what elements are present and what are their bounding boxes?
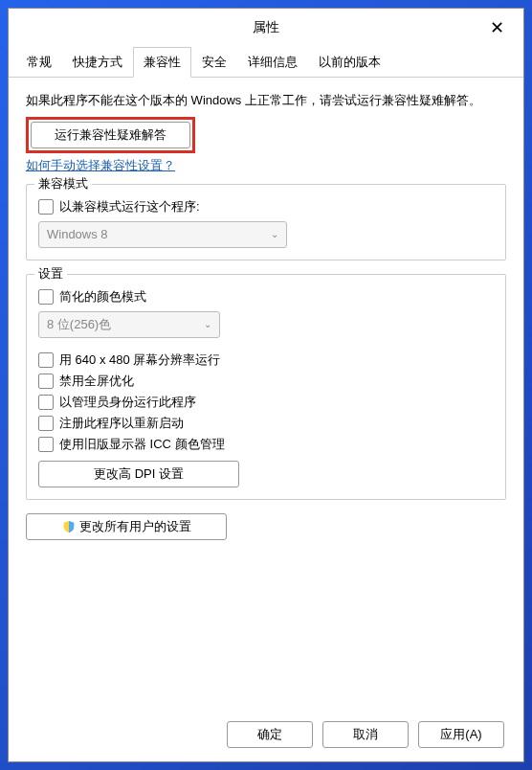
resolution-checkbox-row[interactable]: 用 640 x 480 屏幕分辨率运行 <box>38 351 494 369</box>
manual-settings-link[interactable]: 如何手动选择兼容性设置？ <box>26 157 175 174</box>
chevron-down-icon: ⌄ <box>204 319 211 329</box>
properties-dialog: 属性 ✕ 常规 快捷方式 兼容性 安全 详细信息 以前的版本 如果此程序不能在这… <box>8 8 524 762</box>
checkbox-icon[interactable] <box>38 437 54 452</box>
apply-button[interactable]: 应用(A) <box>418 721 504 748</box>
chevron-down-icon: ⌄ <box>271 229 278 239</box>
tab-strip: 常规 快捷方式 兼容性 安全 详细信息 以前的版本 <box>9 47 523 78</box>
checkbox-icon[interactable] <box>38 416 54 431</box>
all-users-button[interactable]: 更改所有用户的设置 <box>26 513 227 540</box>
register-restart-checkbox-row[interactable]: 注册此程序以重新启动 <box>38 415 494 432</box>
run-troubleshooter-button[interactable]: 运行兼容性疑难解答 <box>31 122 190 148</box>
tab-security[interactable]: 安全 <box>191 47 237 77</box>
tab-general[interactable]: 常规 <box>16 47 62 77</box>
tab-details[interactable]: 详细信息 <box>237 47 308 77</box>
checkbox-icon[interactable] <box>38 395 54 410</box>
run-admin-checkbox-row[interactable]: 以管理员身份运行此程序 <box>38 394 494 411</box>
run-admin-label: 以管理员身份运行此程序 <box>59 394 196 411</box>
resolution-label: 用 640 x 480 屏幕分辨率运行 <box>59 351 220 369</box>
tab-compatibility[interactable]: 兼容性 <box>133 47 191 78</box>
compat-mode-select[interactable]: Windows 8 ⌄ <box>38 221 287 248</box>
tab-previous-versions[interactable]: 以前的版本 <box>308 47 391 77</box>
all-users-label: 更改所有用户的设置 <box>79 518 191 535</box>
compat-mode-title: 兼容模式 <box>34 175 92 192</box>
tab-content: 如果此程序不能在这个版本的 Windows 上正常工作，请尝试运行兼容性疑难解答… <box>9 78 523 707</box>
compat-mode-value: Windows 8 <box>47 227 108 241</box>
settings-group: 设置 简化的颜色模式 8 位(256)色 ⌄ 用 640 x 480 屏幕分辨率… <box>26 274 506 500</box>
legacy-icc-checkbox-row[interactable]: 使用旧版显示器 ICC 颜色管理 <box>38 436 494 453</box>
legacy-icc-label: 使用旧版显示器 ICC 颜色管理 <box>59 436 225 453</box>
disable-fullscreen-checkbox-row[interactable]: 禁用全屏优化 <box>38 373 494 390</box>
ok-button[interactable]: 确定 <box>227 721 313 748</box>
color-mode-select[interactable]: 8 位(256)色 ⌄ <box>38 311 220 338</box>
tab-shortcut[interactable]: 快捷方式 <box>62 47 133 77</box>
titlebar: 属性 ✕ <box>9 9 523 47</box>
color-mode-value: 8 位(256)色 <box>47 316 111 333</box>
cancel-button[interactable]: 取消 <box>322 721 409 748</box>
reduced-color-checkbox-row[interactable]: 简化的颜色模式 <box>38 288 494 306</box>
intro-text: 如果此程序不能在这个版本的 Windows 上正常工作，请尝试运行兼容性疑难解答… <box>26 91 506 111</box>
disable-fullscreen-label: 禁用全屏优化 <box>59 373 134 390</box>
dialog-footer: 确定 取消 应用(A) <box>9 707 523 761</box>
checkbox-icon[interactable] <box>38 352 54 368</box>
register-restart-label: 注册此程序以重新启动 <box>59 415 184 432</box>
compat-mode-label: 以兼容模式运行这个程序: <box>59 198 200 215</box>
checkbox-icon[interactable] <box>38 374 54 389</box>
close-icon[interactable]: ✕ <box>477 12 516 43</box>
settings-title: 设置 <box>34 265 67 283</box>
dialog-title: 属性 <box>16 19 477 36</box>
compat-mode-group: 兼容模式 以兼容模式运行这个程序: Windows 8 ⌄ <box>26 184 506 260</box>
checkbox-icon[interactable] <box>38 289 54 305</box>
reduced-color-label: 简化的颜色模式 <box>59 288 146 306</box>
compat-mode-checkbox-row[interactable]: 以兼容模式运行这个程序: <box>38 198 494 215</box>
dpi-settings-button[interactable]: 更改高 DPI 设置 <box>38 461 239 487</box>
highlight-box: 运行兼容性疑难解答 <box>26 117 195 153</box>
checkbox-icon[interactable] <box>38 199 54 215</box>
shield-icon <box>62 520 76 533</box>
